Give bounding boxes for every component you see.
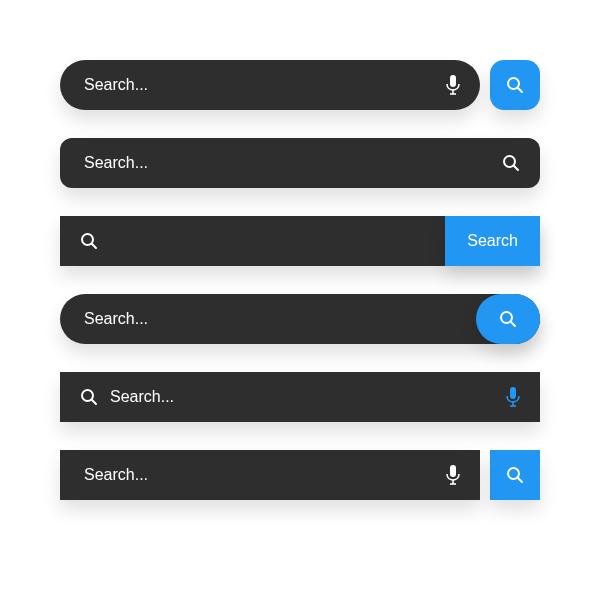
search-bar-variant-3: Search (60, 216, 540, 266)
search-input[interactable]: Search... (60, 138, 540, 188)
svg-line-10 (511, 322, 515, 326)
microphone-icon[interactable] (506, 387, 540, 407)
svg-rect-16 (450, 465, 456, 477)
svg-rect-13 (510, 387, 516, 399)
search-input[interactable]: Search... (60, 60, 480, 110)
svg-line-6 (514, 166, 518, 170)
svg-line-12 (92, 400, 96, 404)
search-bar-variant-6: Search... (60, 450, 540, 500)
search-button[interactable] (490, 60, 540, 110)
search-icon (506, 466, 524, 484)
search-bar-variant-2: Search... (60, 138, 540, 188)
search-button[interactable] (476, 294, 540, 344)
search-button[interactable] (490, 450, 540, 500)
search-input[interactable]: Search (60, 216, 540, 266)
search-button[interactable]: Search (445, 216, 540, 266)
search-icon (506, 76, 524, 94)
search-placeholder: Search... (60, 310, 476, 328)
search-bar-variant-5: Search... (60, 372, 540, 422)
search-placeholder: Search... (110, 388, 506, 406)
search-placeholder: Search... (60, 154, 502, 172)
search-icon[interactable] (502, 154, 540, 172)
search-button-label: Search (467, 232, 518, 250)
search-input[interactable]: Search... (60, 450, 480, 500)
microphone-icon[interactable] (446, 465, 480, 485)
search-placeholder: Search... (60, 76, 446, 94)
search-bar-variant-1: Search... (60, 60, 540, 110)
search-bar-variant-4: Search... (60, 294, 540, 344)
svg-line-20 (518, 478, 522, 482)
search-input[interactable]: Search... (60, 294, 540, 344)
svg-line-8 (92, 244, 96, 248)
microphone-icon[interactable] (446, 75, 480, 95)
search-input[interactable]: Search... (60, 372, 540, 422)
search-icon (60, 388, 110, 406)
search-icon (60, 232, 110, 250)
search-placeholder: Search... (60, 466, 446, 484)
svg-rect-0 (450, 75, 456, 87)
search-icon (499, 310, 517, 328)
svg-line-4 (518, 88, 522, 92)
